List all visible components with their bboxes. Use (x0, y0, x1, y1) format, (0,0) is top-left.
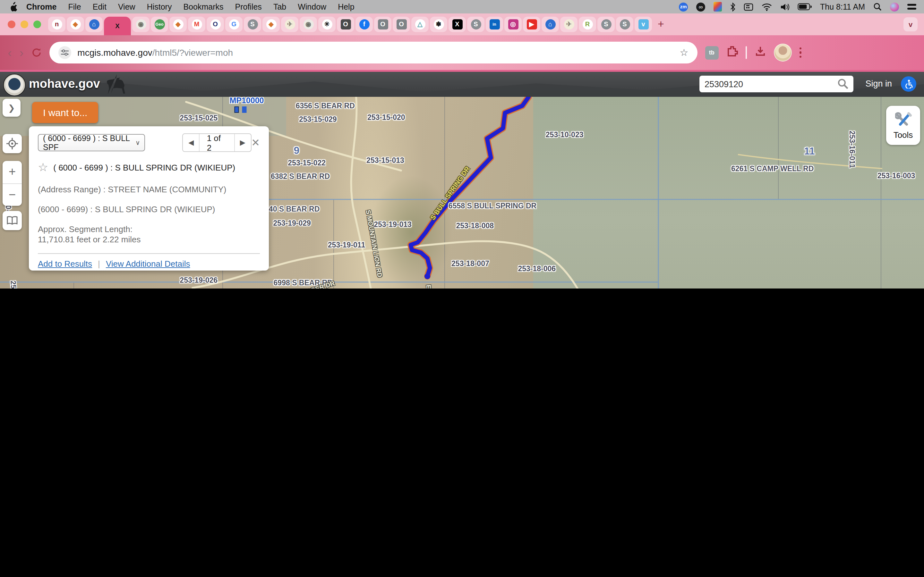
tab-gray-s-favicon[interactable]: S (244, 17, 261, 32)
add-to-results-link[interactable]: Add to Results (38, 259, 92, 268)
menu-item-chrome[interactable]: Chrome (21, 2, 62, 11)
control-center-icon[interactable] (907, 3, 916, 11)
tab-diamond-favicon[interactable]: ◆ (262, 17, 280, 32)
tab-youtube-favicon[interactable]: ▶ (523, 17, 540, 32)
close-window-button[interactable] (8, 21, 15, 28)
bookmarks-button[interactable] (3, 211, 22, 230)
wifi-icon[interactable] (762, 3, 772, 11)
reload-button[interactable] (31, 47, 41, 58)
tab-county-seal-favicon[interactable]: ◉ (300, 17, 317, 32)
profile-avatar[interactable] (774, 44, 792, 61)
battery-icon[interactable] (798, 3, 812, 10)
tab-green-r-favicon[interactable]: R (579, 17, 596, 32)
menu-item-view[interactable]: View (112, 2, 141, 11)
keyboard-icon[interactable] (744, 3, 753, 11)
chrome-menu-icon[interactable] (799, 47, 801, 58)
menu-bar-clock[interactable]: Thu 8:11 AM (820, 2, 865, 11)
tab-diamond-favicon[interactable]: ◆ (67, 17, 84, 32)
tab-knot-favicon[interactable]: ✳ (318, 17, 336, 32)
forward-button[interactable]: › (19, 47, 24, 59)
menu-item-help[interactable]: Help (332, 2, 360, 11)
geolocate-button[interactable] (3, 134, 22, 153)
extensions-icon[interactable] (726, 45, 738, 60)
tab-x-close-favicon-active[interactable]: X (104, 17, 131, 35)
zoom-out-button[interactable]: − (3, 184, 22, 206)
zoom-menu-icon[interactable]: zm (679, 2, 688, 11)
menu-item-history[interactable]: History (141, 2, 178, 11)
back-button[interactable]: ‹ (8, 47, 12, 59)
tab-gray-o-favicon[interactable]: O (374, 17, 391, 32)
menu-item-edit[interactable]: Edit (87, 2, 112, 11)
tab-instagram-favicon[interactable]: ◎ (504, 17, 522, 32)
tab-ornate-gear-favicon[interactable]: ✽ (430, 17, 447, 32)
site-search-input[interactable] (699, 76, 853, 92)
map-label-parcel: 253-19-026 (180, 277, 218, 284)
favorite-star-icon[interactable]: ☆ (38, 160, 48, 174)
siri-icon[interactable] (890, 2, 899, 11)
tab-home-favicon[interactable]: ⌂ (541, 17, 559, 32)
plane-favicon: ✈ (564, 19, 574, 29)
url-bar[interactable]: mcgis.mohave.gov/html5/?viewer=moh ☆ (49, 42, 697, 63)
map-viewport[interactable]: MP100006356 S BEAR RD253-15-025253-15-02… (0, 97, 924, 288)
map-label-parcel: 253-18-006 (518, 265, 556, 272)
pager-label: 1 of 2 (199, 134, 235, 151)
tab-home-favicon[interactable]: ⌂ (86, 17, 103, 32)
tab-plane-favicon[interactable]: ✈ (560, 17, 577, 32)
close-panel-button[interactable]: ✕ (251, 137, 260, 148)
tab-teal-triangle-favicon[interactable]: △ (411, 17, 429, 32)
site-search-icon[interactable] (837, 78, 848, 92)
tools-button[interactable]: Tools (886, 106, 920, 145)
county-seal-logo[interactable] (3, 74, 26, 96)
menu-item-file[interactable]: File (62, 2, 87, 11)
tab-geo-favicon[interactable]: Geo (151, 17, 168, 32)
menu-item-tab[interactable]: Tab (268, 2, 292, 11)
apple-menu-icon[interactable] (8, 2, 18, 12)
nikon-icon[interactable] (714, 2, 722, 11)
volume-icon[interactable] (780, 3, 789, 11)
bluetooth-icon[interactable] (730, 2, 735, 11)
tab-plane-favicon[interactable]: ✈ (281, 17, 298, 32)
maximize-window-button[interactable] (33, 21, 41, 28)
downloads-icon[interactable] (754, 45, 766, 60)
tab-dark-o-favicon[interactable]: O (337, 17, 354, 32)
tab-gray-o-favicon[interactable]: O (393, 17, 410, 32)
spotlight-icon[interactable] (873, 3, 882, 11)
tab-google-favicon[interactable]: G (225, 17, 242, 32)
tab-diamond-favicon[interactable]: ◆ (170, 17, 187, 32)
map-label-parcel: 253-16-003 (877, 172, 915, 179)
sign-in-link[interactable]: Sign in (865, 79, 892, 89)
zoom-controls: + − (3, 161, 22, 206)
tab-search-button[interactable]: v (903, 17, 918, 31)
accessibility-button[interactable] (901, 76, 916, 92)
tab-gmail-favicon[interactable]: M (188, 17, 205, 32)
tab-facebook-favicon[interactable]: f (355, 17, 373, 32)
menu-item-profiles[interactable]: Profiles (229, 2, 268, 11)
tab-gray-s-favicon[interactable]: S (616, 17, 633, 32)
menu-item-bookmarks[interactable]: Bookmarks (178, 2, 229, 11)
pager-prev-button[interactable]: ◀ (183, 139, 199, 147)
view-additional-details-link[interactable]: View Additional Details (106, 259, 190, 268)
zoom-in-button[interactable]: + (3, 161, 22, 184)
tab-linkedin-favicon[interactable]: in (486, 17, 503, 32)
tb-extension-icon[interactable]: tb (705, 46, 718, 59)
panel-toggle-button[interactable]: ❯ (3, 99, 21, 117)
tab-navy-o-favicon[interactable]: O (207, 17, 224, 32)
result-dropdown[interactable]: ( 6000 - 6699 ) : S BULL SPF ∨ (38, 134, 145, 151)
site-settings-icon[interactable] (58, 46, 71, 59)
i-want-to-button[interactable]: I want to... (32, 102, 98, 123)
creative-cloud-icon[interactable]: ∞ (696, 2, 705, 11)
tab-gray-s-favicon[interactable]: S (467, 17, 485, 32)
site-brand[interactable]: mohave.gov (29, 77, 100, 91)
tab-gray-s-favicon[interactable]: S (598, 17, 615, 32)
new-tab-button[interactable]: + (658, 18, 664, 31)
tab-vimeo-favicon[interactable]: v (635, 17, 652, 32)
tab-x-twitter-favicon[interactable]: X (449, 17, 466, 32)
menu-item-window[interactable]: Window (292, 2, 332, 11)
tab-netscape-favicon[interactable]: n (48, 17, 65, 32)
minimize-window-button[interactable] (21, 21, 28, 28)
gray-s-favicon: S (620, 19, 630, 29)
tab-county-seal-favicon[interactable]: ◉ (132, 17, 150, 32)
pager-next-button[interactable]: ▶ (234, 139, 250, 147)
map-label-road-g: S MOUNTAIN LION RD (365, 210, 384, 278)
bookmark-star-icon[interactable]: ☆ (680, 47, 688, 58)
